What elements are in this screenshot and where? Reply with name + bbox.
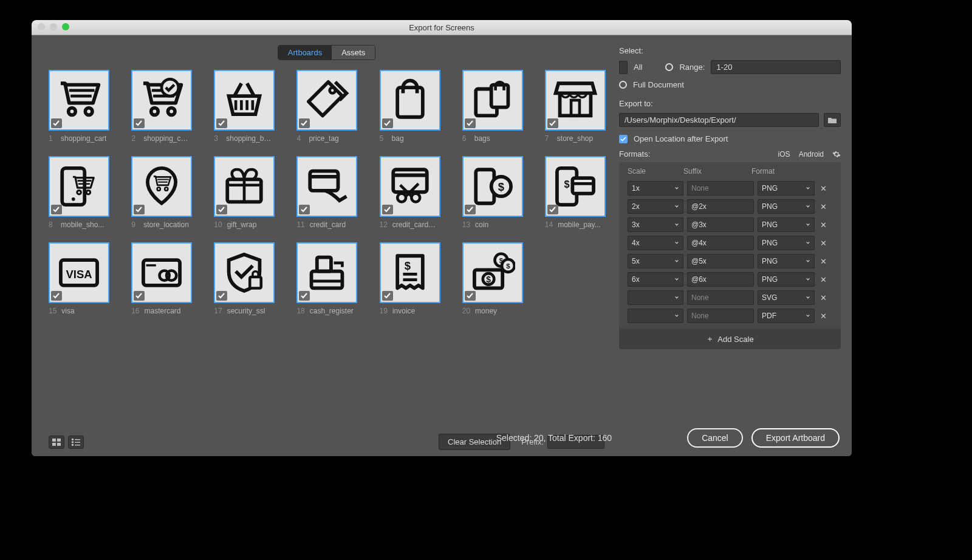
remove-format-icon[interactable]: ✕: [818, 202, 828, 211]
format-select[interactable]: PNG: [758, 272, 815, 287]
scale-select[interactable]: 2x: [628, 199, 683, 214]
artboard-item[interactable]: 11credit_card: [296, 156, 355, 229]
artboard-thumbnail[interactable]: [545, 70, 606, 131]
formats-android-link[interactable]: Android: [799, 150, 824, 159]
artboard-thumbnail[interactable]: [462, 242, 523, 303]
artboard-item[interactable]: 17security_ssl: [214, 242, 272, 315]
cancel-button[interactable]: Cancel: [687, 428, 743, 448]
scale-select[interactable]: 6x: [628, 272, 683, 287]
artboard-number: 9: [131, 220, 139, 229]
view-list-button[interactable]: [68, 435, 84, 449]
close-window-icon[interactable]: [38, 23, 45, 30]
format-select[interactable]: SVG: [758, 290, 815, 305]
artboard-item[interactable]: 13coin: [462, 156, 521, 229]
artboard-number: 12: [380, 220, 388, 229]
artboard-thumbnail[interactable]: [131, 242, 192, 303]
open-location-checkbox[interactable]: [619, 135, 628, 143]
artboard-item[interactable]: 8mobile_sho...: [49, 156, 107, 229]
artboard-thumbnail[interactable]: [214, 242, 275, 303]
scale-select[interactable]: 5x: [628, 254, 683, 268]
remove-format-icon[interactable]: ✕: [818, 275, 828, 284]
artboard-item[interactable]: 12credit_card_...: [380, 156, 438, 229]
zoom-window-icon[interactable]: [62, 23, 69, 30]
svg-rect-7: [75, 442, 80, 443]
tab-artboards[interactable]: Artboards: [278, 46, 332, 60]
artboard-thumbnail[interactable]: [49, 70, 109, 131]
artboard-item[interactable]: 18cash_register: [296, 242, 355, 315]
artboard-thumbnail[interactable]: [296, 156, 357, 217]
artboard-item[interactable]: 19invoice: [380, 242, 438, 315]
remove-format-icon[interactable]: ✕: [818, 256, 828, 266]
remove-format-icon[interactable]: ✕: [818, 183, 828, 193]
format-select[interactable]: PDF: [758, 309, 815, 323]
artboard-item[interactable]: 15visa: [49, 242, 107, 315]
scale-select[interactable]: 4x: [628, 236, 683, 250]
artboard-thumbnail[interactable]: [380, 242, 440, 303]
format-select[interactable]: PNG: [758, 199, 815, 214]
radio-full-document[interactable]: [619, 81, 627, 89]
artboard-item[interactable]: 9store_location: [131, 156, 190, 229]
range-input[interactable]: [711, 60, 841, 74]
formats-ios-link[interactable]: iOS: [778, 150, 790, 159]
artboard-thumbnail[interactable]: [296, 70, 357, 131]
artboard-thumbnail[interactable]: [49, 156, 109, 217]
scale-select[interactable]: 1x: [628, 181, 683, 196]
remove-format-icon[interactable]: ✕: [818, 293, 828, 302]
artboard-item[interactable]: 16mastercard: [131, 242, 190, 315]
suffix-input[interactable]: None: [687, 290, 754, 305]
artboard-thumbnail[interactable]: [545, 156, 606, 217]
artboard-selected-check-icon: [547, 205, 558, 214]
export-path-input[interactable]: [619, 113, 819, 127]
scale-select[interactable]: [628, 309, 683, 323]
suffix-input[interactable]: None: [687, 181, 754, 196]
artboard-item[interactable]: 1shopping_cart: [49, 70, 107, 143]
format-select[interactable]: PNG: [758, 181, 815, 196]
artboard-item[interactable]: 7store_shop: [545, 70, 603, 143]
radio-range[interactable]: [665, 63, 673, 71]
export-artboard-button[interactable]: Export Artboard: [751, 428, 840, 448]
suffix-input[interactable]: @5x: [687, 254, 754, 268]
artboard-thumbnail[interactable]: [131, 156, 192, 217]
scale-select[interactable]: [628, 290, 683, 305]
minimize-window-icon[interactable]: [50, 23, 57, 30]
radio-all[interactable]: [619, 61, 628, 74]
suffix-input[interactable]: @4x: [687, 236, 754, 250]
artboard-thumbnail[interactable]: [214, 70, 275, 131]
suffix-input[interactable]: @2x: [687, 199, 754, 214]
register-icon: [304, 250, 349, 295]
format-select[interactable]: PNG: [758, 236, 815, 250]
format-select[interactable]: PNG: [758, 217, 815, 232]
scale-select[interactable]: 3x: [628, 217, 683, 232]
open-location-label: Open Location after Export: [634, 134, 728, 143]
artboard-thumbnail[interactable]: [462, 156, 523, 217]
choose-folder-button[interactable]: [824, 113, 841, 127]
artboard-thumbnail[interactable]: [49, 242, 109, 303]
artboard-thumbnail[interactable]: [131, 70, 192, 131]
artboard-item[interactable]: 2shopping_ca...: [131, 70, 190, 143]
artboard-thumbnail[interactable]: [380, 70, 440, 131]
artboard-item[interactable]: 10gift_wrap: [214, 156, 272, 229]
add-scale-button[interactable]: ＋ Add Scale: [619, 329, 841, 349]
tab-assets[interactable]: Assets: [332, 46, 375, 60]
artboard-item[interactable]: 6bags: [462, 70, 521, 143]
remove-format-icon[interactable]: ✕: [818, 238, 828, 248]
artboard-number: 11: [296, 220, 304, 229]
formats-settings-icon[interactable]: [832, 150, 841, 159]
artboard-name: cash_register: [310, 307, 354, 315]
artboard-thumbnail[interactable]: [462, 70, 523, 131]
suffix-input[interactable]: @3x: [687, 217, 754, 232]
format-select[interactable]: PNG: [758, 254, 815, 268]
suffix-input[interactable]: @6x: [687, 272, 754, 287]
artboard-item[interactable]: 5bag: [380, 70, 438, 143]
remove-format-icon[interactable]: ✕: [818, 220, 828, 230]
remove-format-icon[interactable]: ✕: [818, 311, 828, 321]
view-grid-button[interactable]: [49, 435, 64, 449]
artboard-item[interactable]: 3shopping_ba...: [214, 70, 272, 143]
artboard-thumbnail[interactable]: [296, 242, 357, 303]
artboard-item[interactable]: 20money: [462, 242, 521, 315]
suffix-input[interactable]: None: [687, 309, 754, 323]
artboard-item[interactable]: 4price_tag: [296, 70, 355, 143]
artboard-thumbnail[interactable]: [380, 156, 440, 217]
artboard-item[interactable]: 14mobile_pay...: [545, 156, 603, 229]
artboard-thumbnail[interactable]: [214, 156, 275, 217]
